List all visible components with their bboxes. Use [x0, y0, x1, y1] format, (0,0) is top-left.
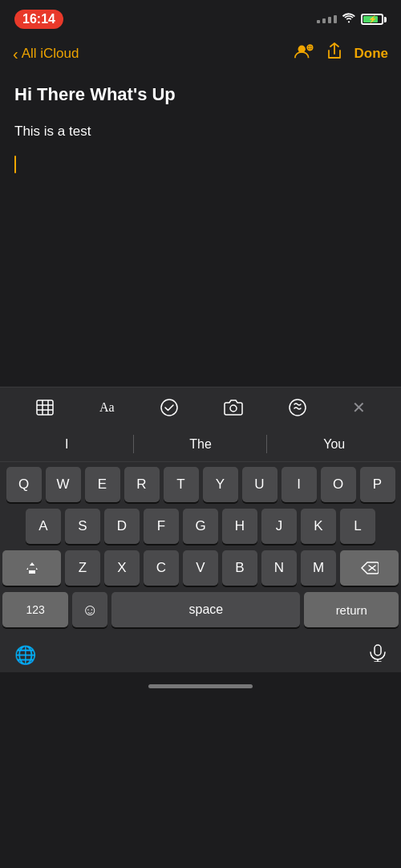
- keyboard-row-4: 123 ☺ space return: [2, 592, 399, 627]
- text-cursor: [14, 156, 16, 173]
- key-x[interactable]: X: [104, 550, 140, 586]
- keyboard-row-3: Z X C V B N M: [2, 550, 399, 586]
- key-i[interactable]: I: [282, 467, 317, 502]
- keyboard: Q W E R T Y U I O P A S D F G H J K L Z …: [0, 462, 401, 637]
- back-label: All iCloud: [22, 46, 79, 62]
- key-r[interactable]: R: [124, 467, 160, 502]
- key-o[interactable]: O: [321, 467, 356, 502]
- globe-icon[interactable]: 🌐: [14, 645, 36, 666]
- key-m[interactable]: M: [301, 550, 336, 586]
- status-bar: 16:14 ⚡: [0, 0, 401, 35]
- key-z[interactable]: Z: [65, 550, 100, 586]
- key-b[interactable]: B: [222, 550, 257, 586]
- key-j[interactable]: J: [261, 509, 297, 544]
- microphone-icon[interactable]: [369, 644, 387, 667]
- key-v[interactable]: V: [183, 550, 218, 586]
- key-q[interactable]: Q: [6, 467, 42, 502]
- key-w[interactable]: W: [46, 467, 81, 502]
- autocomplete-item-1[interactable]: I: [0, 429, 134, 460]
- keyboard-row-1: Q W E R T Y U I O P: [2, 467, 399, 502]
- return-key[interactable]: return: [304, 592, 399, 627]
- battery-icon: ⚡: [361, 14, 387, 25]
- bottom-bar: 🌐: [0, 637, 401, 672]
- numbers-key[interactable]: 123: [2, 592, 68, 627]
- camera-icon[interactable]: [224, 398, 243, 417]
- autocomplete-item-3[interactable]: You: [267, 429, 401, 460]
- shift-arrow-icon: [26, 562, 38, 574]
- wifi-icon: [342, 12, 356, 26]
- key-u[interactable]: U: [242, 467, 277, 502]
- checkmark-icon[interactable]: [160, 398, 179, 417]
- svg-point-10: [230, 405, 237, 412]
- key-s[interactable]: S: [65, 509, 100, 544]
- space-key[interactable]: space: [111, 592, 300, 627]
- note-body: This is a test: [14, 121, 387, 142]
- nav-actions: Done: [294, 43, 389, 65]
- svg-rect-14: [375, 645, 381, 655]
- note-title: Hi There What's Up: [14, 83, 387, 107]
- key-l[interactable]: L: [340, 509, 375, 544]
- key-t[interactable]: T: [164, 467, 199, 502]
- table-icon[interactable]: [35, 398, 55, 417]
- home-indicator: [148, 684, 253, 688]
- keyboard-close-button[interactable]: ✕: [352, 398, 366, 417]
- home-indicator-bar: [0, 672, 401, 700]
- key-a[interactable]: A: [26, 509, 61, 544]
- note-cursor-line: [14, 156, 387, 173]
- format-icon[interactable]: Aa: [99, 400, 115, 415]
- nav-bar: ‹ All iCloud Done: [0, 35, 401, 74]
- note-area[interactable]: Hi There What's Up This is a test: [0, 74, 401, 234]
- key-f[interactable]: F: [144, 509, 179, 544]
- status-icons: ⚡: [317, 12, 387, 26]
- key-h[interactable]: H: [222, 509, 257, 544]
- done-button[interactable]: Done: [354, 46, 389, 62]
- key-y[interactable]: Y: [203, 467, 238, 502]
- markup-icon[interactable]: [288, 398, 307, 417]
- key-d[interactable]: D: [104, 509, 140, 544]
- status-time: 16:14: [14, 10, 63, 29]
- svg-rect-4: [37, 400, 53, 415]
- backspace-key[interactable]: [340, 550, 399, 586]
- add-collaborator-button[interactable]: [294, 43, 314, 65]
- note-empty-area[interactable]: [0, 234, 401, 387]
- share-button[interactable]: [326, 43, 343, 65]
- emoji-key[interactable]: ☺: [72, 592, 107, 627]
- svg-point-9: [161, 400, 177, 416]
- chevron-left-icon: ‹: [13, 46, 18, 62]
- back-button[interactable]: ‹ All iCloud: [13, 46, 79, 62]
- keyboard-row-2: A S D F G H J K L: [2, 509, 399, 544]
- keyboard-toolbar: Aa ✕: [0, 387, 401, 427]
- signal-icon: [317, 15, 337, 23]
- key-g[interactable]: G: [183, 509, 218, 544]
- autocomplete-bar: I The You: [0, 427, 401, 462]
- key-c[interactable]: C: [144, 550, 179, 586]
- key-n[interactable]: N: [261, 550, 297, 586]
- key-e[interactable]: E: [85, 467, 120, 502]
- autocomplete-item-2[interactable]: The: [134, 429, 268, 460]
- shift-key[interactable]: [2, 550, 61, 586]
- key-p[interactable]: P: [360, 467, 395, 502]
- key-k[interactable]: K: [301, 509, 336, 544]
